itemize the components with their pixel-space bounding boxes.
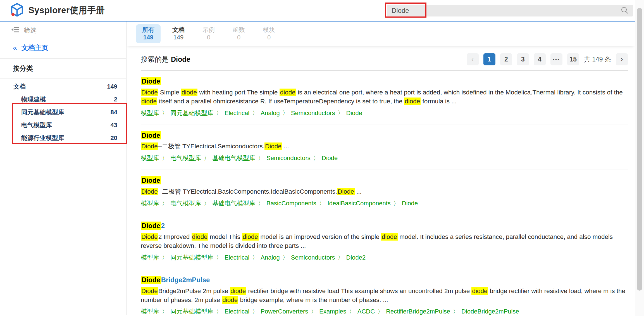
result-item: DiodeDiode Simple diode with heating por… xyxy=(141,71,628,125)
page-button[interactable]: 3 xyxy=(517,53,529,65)
breadcrumb-item[interactable]: 模型库 xyxy=(141,154,159,162)
breadcrumb-item[interactable]: 同元基础模型库 xyxy=(170,109,213,117)
result-snippet: Diode–二极管 TYElectrical.Semiconductors.Di… xyxy=(141,142,628,151)
result-snippet: DiodeBridge2mPulse 2m pulse diode rectif… xyxy=(141,287,628,305)
breadcrumb-separator-icon: 〉 xyxy=(313,155,319,162)
results-summary-prefix: 搜索的是 xyxy=(141,55,169,63)
result-title-highlight: Diode xyxy=(141,176,161,184)
snippet-highlight: diode xyxy=(471,287,488,295)
result-snippet: Diode Simple diode with heating port The… xyxy=(141,88,628,106)
breadcrumb-item[interactable]: Semiconductors xyxy=(291,110,335,117)
tab-item[interactable]: 模块0 xyxy=(257,24,281,43)
snippet-highlight: diode xyxy=(222,296,238,304)
snippet-highlight: Diode xyxy=(337,188,355,195)
category-row[interactable]: 能源行业模型库20 xyxy=(0,132,126,144)
breadcrumb-separator-icon: 〉 xyxy=(162,109,168,117)
result-title-link[interactable]: Diode xyxy=(141,132,161,140)
page-button[interactable]: 2 xyxy=(500,53,512,65)
page-ellipsis-button[interactable]: ••• xyxy=(550,53,562,65)
breadcrumb-item[interactable]: 模型库 xyxy=(141,109,159,117)
category-list: 文档149物理建模2同元基础模型库84电气模型库43能源行业模型库20 xyxy=(0,80,126,144)
breadcrumb-separator-icon: 〉 xyxy=(162,155,168,162)
search-box[interactable]: Diode xyxy=(387,5,633,16)
breadcrumb-item[interactable]: Diode xyxy=(322,155,338,162)
result-title-highlight: Diode xyxy=(141,276,161,284)
doc-home-link[interactable]: « 文档主页 xyxy=(0,39,126,57)
page-button[interactable]: 15 xyxy=(567,53,579,65)
breadcrumb-separator-icon: 〉 xyxy=(216,109,222,117)
tab-item[interactable]: 文档149 xyxy=(166,24,191,43)
snippet-highlight: Diode xyxy=(141,142,158,150)
search-input[interactable]: Diode xyxy=(392,7,621,15)
scrollbar-thumb[interactable] xyxy=(637,8,642,291)
page-button[interactable]: 4 xyxy=(534,53,546,65)
breadcrumb-item[interactable]: Electrical xyxy=(225,254,249,261)
page-button[interactable]: 1 xyxy=(483,53,495,65)
breadcrumb-item[interactable]: Analog xyxy=(261,254,280,261)
tab-count: 0 xyxy=(200,34,217,41)
results-panel: 所有149文档149示例0函数0模块0 搜索的是Diode ‹1234•••15… xyxy=(127,22,635,315)
breadcrumb-separator-icon: 〉 xyxy=(258,200,264,207)
breadcrumb-item[interactable]: 基础电气模型库 xyxy=(212,199,255,208)
result-item: DiodeBridge2mPulseDiodeBridge2mPulse 2m … xyxy=(141,269,628,316)
category-section-title: 按分类 xyxy=(0,60,126,77)
tab-count: 149 xyxy=(170,34,187,41)
category-count: 20 xyxy=(111,134,117,142)
breadcrumb-item[interactable]: IdealBasicComponents xyxy=(328,200,391,207)
result-title-link[interactable]: Diode2 xyxy=(141,222,165,230)
results-header: 搜索的是Diode ‹1234•••15共 149 条› xyxy=(141,53,628,65)
double-chevron-left-icon: « xyxy=(13,44,17,52)
breadcrumb-item[interactable]: Examples xyxy=(319,308,346,315)
breadcrumb-separator-icon: 〉 xyxy=(378,308,383,315)
result-title-rest: 2 xyxy=(161,222,165,229)
breadcrumb-item[interactable]: Electrical xyxy=(225,110,249,117)
tab-item[interactable]: 示例0 xyxy=(196,24,221,43)
page-next-button[interactable]: › xyxy=(616,53,628,65)
tab-item[interactable]: 函数0 xyxy=(226,24,251,43)
breadcrumb-item[interactable]: Diode xyxy=(346,110,362,117)
breadcrumb-item[interactable]: Semiconductors xyxy=(291,254,335,261)
breadcrumb-item[interactable]: BasicComponents xyxy=(266,200,316,207)
filter-button[interactable]: 筛选 xyxy=(0,22,126,39)
page: Sysplorer使用手册 Diode xyxy=(0,0,644,316)
breadcrumb-item[interactable]: 同元基础模型库 xyxy=(170,307,213,316)
breadcrumb-item[interactable]: 模型库 xyxy=(141,253,159,262)
breadcrumb-item[interactable]: Diode xyxy=(402,200,418,207)
app-title: Sysplorer使用手册 xyxy=(28,4,105,16)
breadcrumb-item[interactable]: 模型库 xyxy=(141,199,159,208)
tab-label: 函数 xyxy=(230,26,247,34)
result-title-link[interactable]: Diode xyxy=(141,177,161,185)
category-count: 149 xyxy=(107,83,117,90)
tab-bar: 所有149文档149示例0函数0模块0 xyxy=(127,22,635,46)
breadcrumb-item[interactable]: Analog xyxy=(261,110,280,117)
scrollbar[interactable] xyxy=(635,0,644,316)
breadcrumb-item[interactable]: Semiconductors xyxy=(266,155,311,162)
breadcrumb-item[interactable]: Electrical xyxy=(225,308,249,315)
category-row[interactable]: 文档149 xyxy=(0,80,126,93)
tab-count: 0 xyxy=(230,34,247,41)
breadcrumb-item[interactable]: DiodeBridge2mPulse xyxy=(461,308,519,315)
breadcrumb-item[interactable]: 电气模型库 xyxy=(170,154,201,162)
breadcrumb-separator-icon: 〉 xyxy=(393,200,399,207)
tab-item[interactable]: 所有149 xyxy=(136,24,161,43)
result-title-link[interactable]: DiodeBridge2mPulse xyxy=(141,276,210,284)
category-row[interactable]: 物理建模2 xyxy=(0,93,126,106)
category-count: 84 xyxy=(111,109,117,116)
breadcrumb-separator-icon: 〉 xyxy=(162,308,168,315)
breadcrumb-item[interactable]: 模型库 xyxy=(141,307,159,316)
breadcrumb-separator-icon: 〉 xyxy=(252,254,258,261)
category-row[interactable]: 电气模型库43 xyxy=(0,119,126,132)
search-icon[interactable] xyxy=(621,6,628,15)
page-prev-button[interactable]: ‹ xyxy=(467,53,479,65)
breadcrumb-item[interactable]: PowerConverters xyxy=(261,308,308,315)
breadcrumb-item[interactable]: 电气模型库 xyxy=(170,199,201,208)
breadcrumb-item[interactable]: ACDC xyxy=(357,308,375,315)
breadcrumb-item[interactable]: Diode2 xyxy=(346,254,366,261)
breadcrumb-item[interactable]: RectifierBridge2mPulse xyxy=(386,308,450,315)
category-row[interactable]: 同元基础模型库84 xyxy=(0,106,126,119)
breadcrumb-item[interactable]: 同元基础模型库 xyxy=(170,253,213,262)
category-count: 43 xyxy=(111,122,117,129)
result-title-link[interactable]: Diode xyxy=(141,77,161,85)
breadcrumb-item[interactable]: 基础电气模型库 xyxy=(212,154,255,162)
result-breadcrumb: 模型库〉同元基础模型库〉Electrical〉PowerConverters〉E… xyxy=(141,307,628,316)
